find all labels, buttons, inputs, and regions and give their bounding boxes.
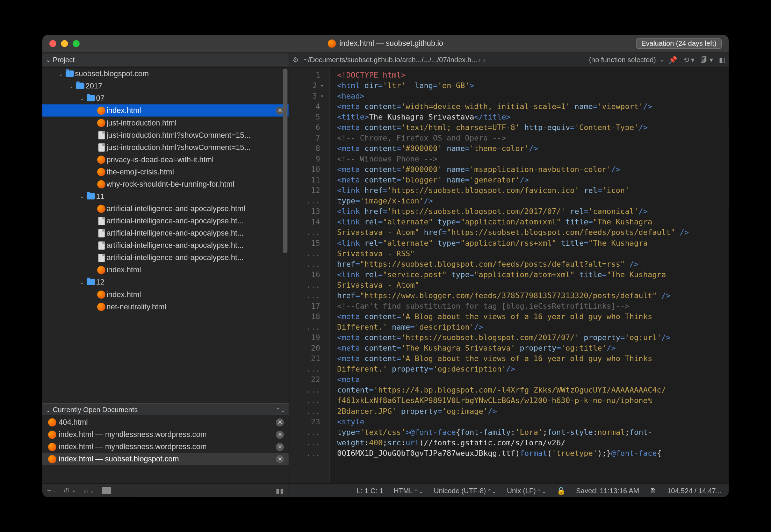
code-line[interactable]: <link rel="alternate" type="application/… <box>337 217 729 228</box>
code-line[interactable]: type='text/css'>@font-face{font-family:'… <box>337 427 729 438</box>
project-tree[interactable]: ⌄suobset.blogspot.com⌄2017⌄07index.html✕… <box>42 67 289 403</box>
copy-icon[interactable]: 🗐 ▾ <box>700 56 713 64</box>
code-line[interactable]: content='https://4.bp.blogspot.com/-l4Xr… <box>337 385 729 396</box>
breadcrumb[interactable]: ~/Documents/suobset.github.io/arch.../..… <box>304 56 477 64</box>
tree-folder[interactable]: ⌄suobset.blogspot.com <box>42 67 289 80</box>
code-line[interactable]: <link href='https://suobset.blogspot.com… <box>337 186 729 196</box>
gutter-line[interactable]: 12 <box>289 186 324 196</box>
code-line[interactable]: <meta content='blogger' name='generator'… <box>337 175 729 185</box>
gutter-line[interactable]: 10 <box>289 164 324 175</box>
code-line[interactable]: Srivastava - Atom" <box>337 280 729 290</box>
gutter-line[interactable]: 7 <box>289 133 324 143</box>
code-line[interactable]: <!-- Chrome, Firefox OS and Opera --> <box>337 133 729 143</box>
gutter-line[interactable]: 23 <box>289 417 324 427</box>
code-line[interactable]: <head> <box>337 91 729 101</box>
gutter-line[interactable]: ... <box>289 385 324 396</box>
gutter-line[interactable]: 3▾ <box>289 91 324 101</box>
code-line[interactable]: f461xkLxNf8a6TLesAKP9891V0LrbgYNwCLcBGAs… <box>337 396 729 406</box>
gutter-line[interactable]: 17 <box>289 301 324 311</box>
tree-file[interactable]: artificial-intelligence-and-apocalypse.h… <box>42 239 289 251</box>
maximize-window-button[interactable] <box>73 40 80 47</box>
toggle-view-button[interactable] <box>102 487 111 494</box>
encoding-selector[interactable]: Unicode (UTF-8)⌃⌄ <box>434 486 496 494</box>
tree-file[interactable]: index.html <box>42 264 289 276</box>
gutter-line[interactable]: ... <box>289 448 324 459</box>
chevron-down-icon[interactable]: ⌄ <box>79 95 86 101</box>
gear-icon[interactable]: ⚙ <box>293 56 299 64</box>
gutter-line[interactable]: 19 <box>289 332 324 343</box>
pin-icon[interactable]: 📌 <box>669 56 677 64</box>
open-doc-item[interactable]: 404.html✕ <box>42 416 289 428</box>
split-view-icon[interactable]: ◧ <box>719 56 725 64</box>
close-icon[interactable]: ✕ <box>276 418 284 426</box>
gutter-line[interactable]: 13 <box>289 207 324 217</box>
code-line[interactable]: Different.' property='og:description'/> <box>337 364 729 375</box>
code-line[interactable]: <meta <box>337 375 729 385</box>
code-line[interactable]: Srivastava - RSS" <box>337 249 729 259</box>
code-line[interactable]: <meta content='A Blog about the views of… <box>337 311 729 322</box>
gutter-line[interactable]: ... <box>289 196 324 207</box>
code-line[interactable]: <!--Can't find substitution for tag [blo… <box>337 301 729 311</box>
language-selector[interactable]: HTML⌃⌄ <box>394 486 424 494</box>
tree-file[interactable]: artificial-intelligence-and-apocalypse.h… <box>42 251 289 264</box>
code-line[interactable]: <title>The Kushagra Srivastava</title> <box>337 112 729 122</box>
chevron-down-icon[interactable]: ⌄ <box>57 71 64 77</box>
code-line[interactable]: <!DOCTYPE html> <box>337 70 729 80</box>
code-line[interactable]: weight:400;src:url(//fonts.gstatic.com/s… <box>337 438 729 448</box>
tree-file[interactable]: artificial-intelligence-and-apocalypse.h… <box>42 215 289 227</box>
minimize-window-button[interactable] <box>61 40 68 47</box>
close-icon[interactable]: ✕ <box>276 430 284 438</box>
cursor-position[interactable]: L: 1 C: 1 <box>357 486 383 494</box>
code-line[interactable]: Different.' name='description'/> <box>337 322 729 332</box>
code-line[interactable]: <meta content='https://suobset.blogspot.… <box>337 332 729 343</box>
code-line[interactable]: href="https://www.blogger.com/feeds/3785… <box>337 290 729 301</box>
add-button[interactable]: + · <box>47 486 55 494</box>
gutter-line[interactable]: 21 <box>289 353 324 364</box>
gutter-line[interactable]: 5 <box>289 112 324 122</box>
tree-folder[interactable]: ⌄11 <box>42 190 289 202</box>
panel-collapse-button[interactable]: ▮▮ <box>276 486 284 494</box>
close-icon[interactable]: ✕ <box>276 443 284 451</box>
gutter-line[interactable]: 18 <box>289 311 324 322</box>
lock-icon[interactable]: 🔓 <box>557 486 565 494</box>
fold-icon[interactable]: ▾ <box>320 91 324 101</box>
open-docs-header[interactable]: ⌄ Currently Open Documents ⌃⌄ <box>42 403 289 416</box>
gutter-line[interactable]: ... <box>289 249 324 259</box>
tree-file[interactable]: index.html <box>42 288 289 300</box>
chevron-down-icon[interactable]: ⌄ <box>46 407 50 413</box>
chevron-down-icon[interactable]: ⌄ <box>68 83 75 89</box>
tree-file[interactable]: just-introduction.html?showComment=15... <box>42 141 289 153</box>
code-line[interactable]: <link rel="service.post" type="applicati… <box>337 269 729 280</box>
chevron-down-icon[interactable]: ⌄ <box>46 56 50 63</box>
code-line[interactable]: type='image/x-icon'/> <box>337 196 729 207</box>
close-icon[interactable]: ✕ <box>276 455 284 463</box>
open-doc-item[interactable]: index.html — myndlessness.wordpress.com✕ <box>42 440 289 453</box>
code-line[interactable]: <link href='https://suobset.blogspot.com… <box>337 207 729 217</box>
gutter-line[interactable]: 2▾ <box>289 80 324 91</box>
search-button[interactable]: ⌕ ▾ <box>84 486 94 494</box>
gutter-line[interactable]: ... <box>289 438 324 448</box>
tree-file[interactable]: privacy-is-dead-deal-with-it.html <box>42 153 289 166</box>
tree-file[interactable]: why-rock-shouldnt-be-running-for.html <box>42 178 289 190</box>
code-line[interactable]: <meta content='#000000' name='msapplicat… <box>337 164 729 175</box>
code-content[interactable]: <!DOCTYPE html><html dir='ltr' lang='en-… <box>330 67 729 483</box>
tree-folder[interactable]: ⌄12 <box>42 276 289 288</box>
close-window-button[interactable] <box>49 40 56 47</box>
gutter-line[interactable]: ... <box>289 364 324 375</box>
tree-file[interactable]: artificial-intelligence-and-apocalypse.h… <box>42 202 289 215</box>
code-line[interactable]: <meta content='The Kushagra Srivastava' … <box>337 343 729 353</box>
gutter-line[interactable]: ... <box>289 396 324 406</box>
code-line[interactable]: <style <box>337 417 729 427</box>
evaluation-badge[interactable]: Evaluation (24 days left) <box>636 38 722 49</box>
gutter-line[interactable]: 4 <box>289 101 324 112</box>
gutter-line[interactable]: 1 <box>289 70 324 80</box>
scrollbar[interactable] <box>283 69 287 253</box>
code-line[interactable]: <!-- Windows Phone --> <box>337 154 729 164</box>
chevron-down-icon[interactable]: ⌄ <box>79 193 86 199</box>
code-line[interactable]: 2Bdancer.JPG' property='og:image'/> <box>337 406 729 417</box>
gutter-line[interactable]: ... <box>289 228 324 238</box>
path-stepper[interactable]: ‹› <box>477 56 487 64</box>
gutter-line[interactable]: 20 <box>289 343 324 353</box>
tree-folder[interactable]: ⌄2017 <box>42 80 289 92</box>
code-line[interactable]: href="https://suobset.blogspot.com/feeds… <box>337 259 729 269</box>
